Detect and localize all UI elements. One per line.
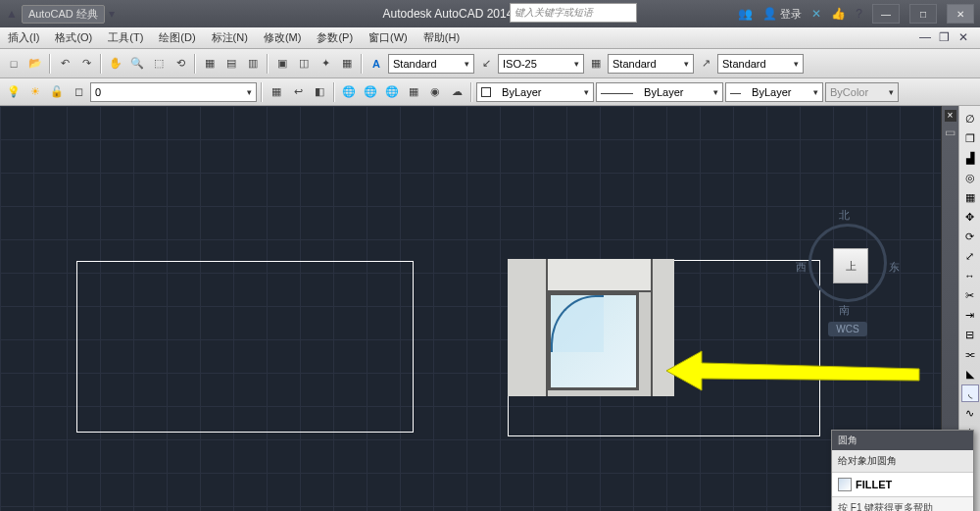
tool-erase[interactable]: ∅ [961, 110, 979, 128]
tablestyle-icon[interactable]: ▦ [586, 54, 606, 74]
tool-fillet[interactable]: ◟ [961, 384, 979, 402]
doc-minimize-icon[interactable]: — [919, 30, 935, 46]
tooltip-description: 给对象加圆角 [832, 450, 973, 472]
menu-parametric[interactable]: 参数(P) [309, 30, 361, 45]
fillet-tooltip: 圆角 给对象加圆角 FILLET 按 F1 键获得更多帮助 [831, 430, 974, 511]
tool-chamfer[interactable]: ◣ [961, 365, 979, 383]
sun-icon[interactable]: ☀ [25, 82, 45, 102]
drawn-rectangle-1 [76, 261, 414, 433]
close-button[interactable]: ✕ [947, 4, 974, 24]
help-search[interactable]: 键入关键字或短语 [510, 3, 637, 23]
new-button[interactable]: □ [4, 54, 24, 74]
sign-in-button[interactable]: 👤 登录 [762, 7, 802, 22]
fillet-tool-zoom [508, 259, 674, 396]
block-button[interactable]: ▣ [272, 54, 292, 74]
fillet-tooltip-icon [838, 478, 852, 491]
cloud-icon[interactable]: ☁ [447, 82, 466, 102]
tool-palettes-button[interactable]: ▥ [243, 54, 263, 74]
palette-handle-icon[interactable]: ▭ [945, 126, 956, 139]
viewcube[interactable]: 北 西 东 上 南 WCS [804, 224, 892, 336]
menu-insert[interactable]: 插入(I) [0, 30, 47, 45]
menu-format[interactable]: 格式(O) [47, 30, 100, 45]
doc-close-icon[interactable]: ✕ [958, 30, 974, 46]
menu-dimension[interactable]: 标注(N) [204, 30, 256, 45]
menubar: 插入(I) 格式(O) 工具(T) 绘图(D) 标注(N) 修改(M) 参数(P… [0, 27, 980, 49]
plotstyle-dropdown[interactable]: ByColor▾ [825, 82, 899, 102]
exchange-icon[interactable]: ✕ [811, 7, 821, 21]
layer-state-button[interactable]: ▦ [267, 82, 286, 102]
menu-modify[interactable]: 修改(M) [256, 30, 310, 45]
globe3-icon[interactable]: 🌐 [382, 82, 402, 102]
mleaderstyle-dropdown[interactable]: Standard▾ [717, 54, 804, 74]
lineweight-dropdown[interactable]: — ByLayer▾ [725, 82, 823, 102]
menu-help[interactable]: 帮助(H) [416, 30, 467, 45]
viewcube-top-face[interactable]: 上 [833, 248, 868, 283]
zoom-window-button[interactable]: ⬚ [149, 54, 169, 74]
pan-button[interactable]: ✋ [106, 54, 125, 74]
redo-button[interactable]: ↷ [76, 54, 96, 74]
sphere-icon[interactable]: ◉ [425, 82, 445, 102]
lock-icon[interactable]: 🔓 [47, 82, 67, 102]
zoom-button[interactable]: 🔍 [127, 54, 147, 74]
open-button[interactable]: 📂 [25, 54, 45, 74]
drawing-area[interactable]: 北 西 东 上 南 WCS [0, 106, 941, 511]
tooltip-help-hint: 按 F1 键获得更多帮助 [832, 496, 973, 511]
workspace-switcher[interactable]: ▲ AutoCAD 经典 ▾ [0, 5, 121, 24]
textstyle-dropdown[interactable]: Standard▾ [388, 54, 474, 74]
maximize-button[interactable]: □ [909, 4, 937, 24]
tool-array[interactable]: ▦ [961, 188, 979, 206]
layer-dropdown[interactable]: 0▾ [90, 82, 257, 102]
layer-prev-button[interactable]: ↩ [288, 82, 308, 102]
tool-rotate[interactable]: ⟳ [961, 228, 979, 245]
tool-extend[interactable]: ⇥ [961, 306, 979, 324]
tool-move[interactable]: ✥ [961, 208, 979, 226]
separator [361, 54, 363, 74]
layers-toolbar: 💡 ☀ 🔓 ◻ 0▾ ▦ ↩ ◧ 🌐 🌐 🌐 ▦ ◉ ☁ ByLayer▾ ——… [0, 78, 980, 106]
zoom-prev-button[interactable]: ⟲ [171, 54, 190, 74]
separator [49, 54, 51, 74]
dimstyle-icon[interactable]: ↙ [476, 54, 496, 74]
tool-break[interactable]: ⊟ [961, 326, 979, 343]
separator [100, 54, 102, 74]
separator [194, 54, 196, 74]
help-icon[interactable]: ? [856, 7, 862, 21]
tool-trim[interactable]: ✂ [961, 286, 979, 304]
textstyle-icon[interactable]: A [367, 54, 386, 74]
undo-button[interactable]: ↶ [55, 54, 74, 74]
separator [267, 54, 269, 74]
workspace-label: AutoCAD 经典 [22, 5, 105, 24]
calc-button[interactable]: ▦ [337, 54, 357, 74]
tool-stretch[interactable]: ↔ [961, 267, 979, 284]
color-dropdown[interactable]: ByLayer▾ [476, 82, 594, 102]
separator [470, 82, 472, 102]
properties-button[interactable]: ▦ [200, 54, 220, 74]
mleaderstyle-icon[interactable]: ↗ [696, 54, 715, 74]
menu-window[interactable]: 窗口(W) [361, 30, 416, 45]
minimize-button[interactable]: — [872, 4, 900, 24]
thumbs-up-icon[interactable]: 👍 [831, 7, 846, 21]
linetype-dropdown[interactable]: ——— ByLayer▾ [596, 82, 723, 102]
clean-button[interactable]: ✦ [316, 54, 335, 74]
tool-copy[interactable]: ❐ [961, 129, 979, 147]
tool-blend[interactable]: ∿ [961, 404, 979, 422]
infocenter-icon[interactable]: 👥 [738, 7, 753, 21]
sheet-button[interactable]: ▤ [221, 54, 241, 74]
lightbulb-icon[interactable]: 💡 [4, 82, 24, 102]
palette-close-icon[interactable]: × [945, 110, 956, 122]
menu-draw[interactable]: 绘图(D) [151, 30, 203, 45]
globe-icon[interactable]: 🌐 [339, 82, 359, 102]
menu-tools[interactable]: 工具(T) [100, 30, 151, 45]
layer-iso-button[interactable]: ◧ [310, 82, 329, 102]
tool-scale[interactable]: ⤢ [961, 247, 979, 265]
tool-join[interactable]: ⫘ [961, 345, 979, 363]
globe2-icon[interactable]: 🌐 [361, 82, 380, 102]
tablestyle-dropdown[interactable]: Standard▾ [608, 54, 694, 74]
xref-button[interactable]: ◫ [294, 54, 314, 74]
wcs-indicator[interactable]: WCS [828, 322, 866, 336]
map-icon[interactable]: ▦ [404, 82, 423, 102]
tool-offset[interactable]: ◎ [961, 169, 979, 186]
doc-restore-icon[interactable]: ❐ [939, 30, 955, 46]
dimstyle-dropdown[interactable]: ISO-25▾ [498, 54, 584, 74]
layer-color-icon[interactable]: ◻ [69, 82, 88, 102]
tool-mirror[interactable]: ▟ [961, 149, 979, 167]
